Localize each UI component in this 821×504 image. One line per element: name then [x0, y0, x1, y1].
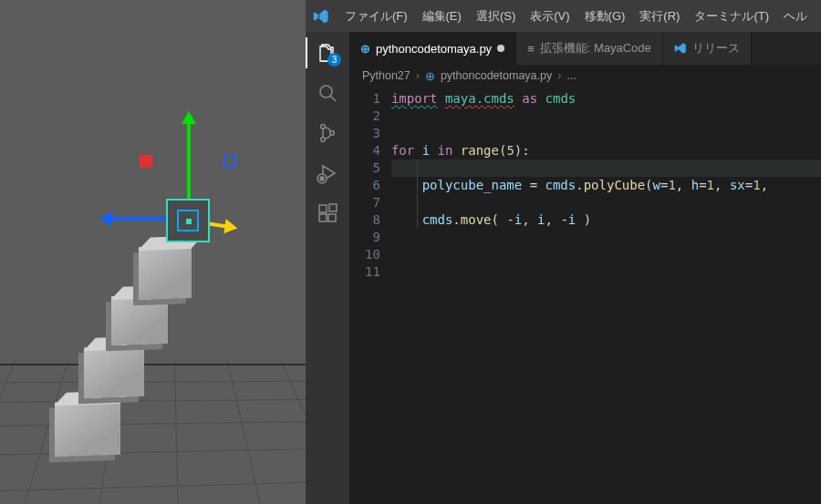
- title-bar: ファイル(F) 編集(E) 選択(S) 表示(V) 移動(G) 実行(R) ター…: [306, 0, 821, 32]
- activity-source-control[interactable]: [316, 121, 339, 145]
- extension-icon: ≡: [527, 42, 535, 56]
- activity-extensions[interactable]: [316, 201, 339, 225]
- gizmo-plane-xy[interactable]: [223, 155, 236, 168]
- chevron-right-icon: ›: [557, 69, 561, 82]
- dirty-indicator-icon: [497, 45, 504, 52]
- tab-release-notes[interactable]: リリース: [663, 32, 752, 65]
- breadcrumbs[interactable]: Python27 › ⊕ pythoncodetomaya.py › ...: [349, 65, 821, 87]
- explorer-badge: 3: [327, 53, 341, 67]
- poly-cube[interactable]: [139, 245, 192, 300]
- activity-run-debug[interactable]: [316, 161, 339, 185]
- activity-search[interactable]: [316, 81, 339, 105]
- maya-viewport[interactable]: [0, 0, 306, 504]
- svg-line-6: [0, 360, 16, 504]
- code-editor[interactable]: 1234567891011 import maya.cmds as cmds f…: [349, 87, 821, 504]
- tab-python-file[interactable]: ⊕ pythoncodetomaya.py: [349, 32, 516, 65]
- svg-line-5: [0, 481, 306, 492]
- svg-rect-23: [329, 204, 337, 211]
- gizmo-axis-y[interactable]: [187, 115, 191, 202]
- poly-cube[interactable]: [111, 294, 168, 345]
- svg-point-13: [320, 86, 332, 98]
- svg-line-4: [0, 448, 306, 456]
- activity-explorer[interactable]: 3: [316, 41, 339, 65]
- svg-point-15: [321, 125, 326, 129]
- gizmo-plane-yz[interactable]: [140, 155, 152, 168]
- poly-cube-selected[interactable]: [166, 199, 210, 242]
- menu-go[interactable]: 移動(G): [578, 5, 632, 28]
- svg-rect-21: [319, 214, 327, 221]
- tab-label: 拡張機能: MayaCode: [540, 40, 651, 57]
- tab-label: リリース: [692, 40, 740, 57]
- line-number-gutter: 1234567891011: [349, 87, 391, 504]
- editor-group: ⊕ pythoncodetomaya.py ≡ 拡張機能: MayaCode リ…: [349, 32, 821, 504]
- vscode-icon: [674, 42, 687, 55]
- chevron-right-icon: ›: [416, 69, 420, 82]
- menu-terminal[interactable]: ターミナル(T): [688, 5, 775, 28]
- editor-lines[interactable]: import maya.cmds as cmds for i in range(…: [391, 87, 821, 504]
- svg-line-1: [0, 381, 306, 383]
- poly-cube[interactable]: [55, 400, 120, 458]
- svg-line-3: [0, 421, 306, 427]
- svg-line-2: [0, 399, 306, 403]
- svg-point-16: [321, 138, 326, 142]
- menu-help[interactable]: ヘル: [777, 5, 814, 28]
- python-file-icon: ⊕: [425, 69, 435, 83]
- python-file-icon: ⊕: [360, 42, 370, 56]
- vscode-window: ファイル(F) 編集(E) 選択(S) 表示(V) 移動(G) 実行(R) ター…: [306, 0, 821, 504]
- tab-label: pythoncodetomaya.py: [376, 42, 492, 56]
- menu-select[interactable]: 選択(S): [470, 5, 522, 28]
- svg-line-14: [330, 97, 336, 102]
- menu-run[interactable]: 実行(R): [633, 5, 686, 28]
- breadcrumb-file[interactable]: pythoncodetomaya.py: [441, 69, 552, 82]
- tab-bar: ⊕ pythoncodetomaya.py ≡ 拡張機能: MayaCode リ…: [349, 32, 821, 65]
- gizmo-center[interactable]: [186, 219, 192, 224]
- breadcrumb-more[interactable]: ...: [566, 69, 576, 82]
- vscode-logo-icon: [313, 8, 329, 25]
- menu-view[interactable]: 表示(V): [524, 5, 576, 28]
- menu-edit[interactable]: 編集(E): [416, 5, 468, 28]
- indent-guide: [417, 159, 418, 229]
- tab-extension-mayacode[interactable]: ≡ 拡張機能: MayaCode: [516, 32, 663, 65]
- current-line-highlight: [391, 159, 821, 177]
- activity-bar: 3: [306, 32, 349, 504]
- svg-point-17: [330, 131, 335, 136]
- svg-rect-20: [319, 205, 327, 212]
- poly-cube[interactable]: [84, 345, 144, 398]
- breadcrumb-folder[interactable]: Python27: [362, 69, 410, 82]
- svg-rect-22: [328, 214, 336, 221]
- menu-file[interactable]: ファイル(F): [338, 5, 414, 28]
